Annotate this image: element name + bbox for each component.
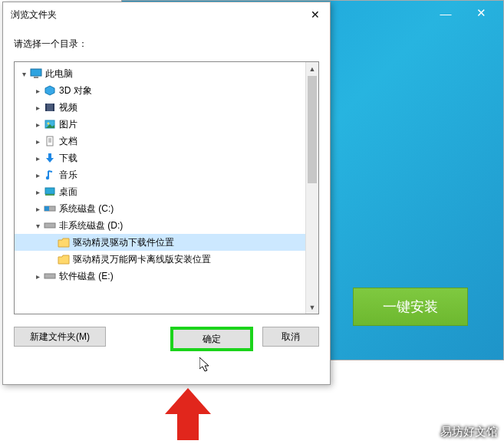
tree-node-folder-download-location[interactable]: ▸ 驱动精灵驱动下载件位置 [15,234,305,251]
svg-marker-14 [46,158,54,163]
scroll-up-button[interactable]: ▲ [306,62,318,75]
bg-minimize-button[interactable]: — [428,4,463,22]
tree-label: 图片 [59,118,77,131]
tree-scrollbar[interactable]: ▲ ▼ [305,62,318,314]
folder-icon [57,253,71,265]
tree-label: 非系统磁盘 (D:) [59,219,123,232]
tree-node-pictures[interactable]: ▸ 图片 [15,116,305,133]
watermark-text: 易坊好文馆 [440,425,498,439]
svg-point-15 [46,176,49,179]
tree-label: 驱动精灵万能网卡离线版安装位置 [73,253,211,266]
svg-rect-0 [31,69,41,76]
tree-node-downloads[interactable]: ▸ 下载 [15,150,305,166]
one-click-install-button[interactable]: 一键安装 [353,288,468,326]
tree-label: 文档 [59,135,77,148]
tree-label: 视频 [59,101,77,114]
computer-icon [29,67,43,80]
svg-rect-1 [34,77,38,78]
video-icon [43,101,57,113]
scroll-down-button[interactable]: ▼ [306,301,318,314]
tree-label: 音乐 [59,169,77,182]
browse-folder-dialog: 浏览文件夹 ✕ 请选择一个目录： ▾ 此电脑 ▸ 3D 对象 ▸ 视频 [2,2,331,385]
cancel-button[interactable]: 取消 [262,327,319,347]
svg-rect-13 [48,153,51,158]
svg-rect-5 [53,104,54,111]
dialog-title: 浏览文件夹 [11,8,57,21]
music-icon [43,169,57,181]
svg-rect-9 [47,136,53,146]
svg-rect-4 [45,104,47,111]
drive-icon [43,270,57,282]
tree-node-drive-e[interactable]: ▸ 软件磁盘 (E:) [15,268,305,284]
tree-label: 3D 对象 [59,84,92,97]
svg-rect-21 [44,274,55,278]
svg-point-7 [48,123,50,125]
tree-node-drive-c[interactable]: ▸ 系统磁盘 (C:) [15,200,305,217]
folder-tree: ▾ 此电脑 ▸ 3D 对象 ▸ 视频 ▸ 图片 [14,61,319,314]
new-folder-button[interactable]: 新建文件夹(M) [14,327,106,347]
tree-label: 系统磁盘 (C:) [59,202,114,215]
scroll-thumb[interactable] [308,76,317,183]
tree-label: 软件磁盘 (E:) [59,270,114,283]
download-icon [43,152,57,164]
tree-label: 驱动精灵驱动下载件位置 [73,236,174,249]
tree-node-music[interactable]: ▸ 音乐 [15,166,305,183]
svg-rect-20 [44,223,55,228]
tree-node-documents[interactable]: ▸ 文档 [15,133,305,150]
tree-label: 下载 [59,152,77,165]
cube-icon [43,84,57,97]
documents-icon [43,135,57,147]
ok-button[interactable]: 确定 [170,327,253,351]
tree-node-desktop[interactable]: ▸ 桌面 [15,183,305,200]
folder-icon [57,236,71,248]
svg-rect-16 [45,188,54,194]
svg-marker-2 [45,86,54,95]
tree-node-folder-offline-install[interactable]: ▸ 驱动精灵万能网卡离线版安装位置 [15,251,305,268]
red-arrow-annotation [165,388,211,440]
tree-node-videos[interactable]: ▸ 视频 [15,99,305,116]
svg-rect-17 [45,194,54,196]
drive-icon [43,219,57,232]
desktop-icon [43,186,57,198]
svg-rect-19 [44,206,49,211]
dialog-prompt: 请选择一个目录： [14,38,319,51]
bg-close-button[interactable]: ✕ [463,4,499,22]
tree-node-this-pc[interactable]: ▾ 此电脑 [15,65,305,82]
tree-label: 桌面 [59,186,77,199]
tree-node-3d-objects[interactable]: ▸ 3D 对象 [15,82,305,99]
tree-label: 此电脑 [45,67,73,81]
drive-icon [43,202,57,215]
pictures-icon [43,118,57,130]
dialog-close-button[interactable]: ✕ [305,7,325,22]
tree-node-drive-d[interactable]: ▾ 非系统磁盘 (D:) [15,217,305,234]
